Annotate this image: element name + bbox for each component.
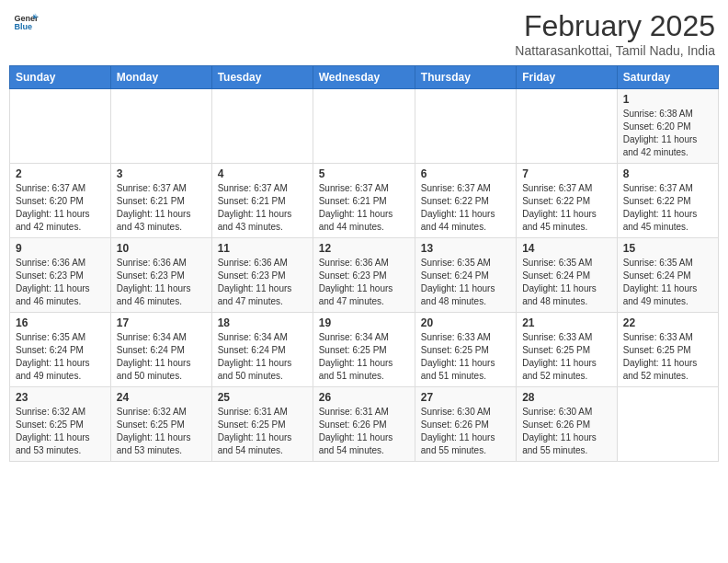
calendar-day-cell: 16Sunrise: 6:35 AM Sunset: 6:24 PM Dayli… — [10, 313, 111, 387]
day-number: 7 — [522, 167, 611, 180]
logo: General Blue — [13, 9, 39, 35]
weekday-header: Saturday — [617, 66, 718, 89]
day-info: Sunrise: 6:35 AM Sunset: 6:24 PM Dayligh… — [16, 331, 105, 383]
day-info: Sunrise: 6:35 AM Sunset: 6:24 PM Dayligh… — [522, 257, 611, 308]
day-number: 12 — [319, 242, 409, 255]
day-info: Sunrise: 6:35 AM Sunset: 6:24 PM Dayligh… — [421, 257, 510, 308]
calendar-day-cell — [617, 387, 718, 462]
day-number: 1 — [623, 93, 712, 106]
day-number: 18 — [218, 316, 307, 329]
calendar-day-cell: 5Sunrise: 6:37 AM Sunset: 6:21 PM Daylig… — [313, 164, 415, 238]
calendar-day-cell: 19Sunrise: 6:34 AM Sunset: 6:25 PM Dayli… — [313, 313, 415, 387]
day-info: Sunrise: 6:36 AM Sunset: 6:23 PM Dayligh… — [218, 257, 307, 308]
day-number: 9 — [16, 242, 105, 255]
day-info: Sunrise: 6:33 AM Sunset: 6:25 PM Dayligh… — [623, 331, 712, 383]
calendar-day-cell: 28Sunrise: 6:30 AM Sunset: 6:26 PM Dayli… — [517, 387, 618, 462]
calendar-day-cell: 26Sunrise: 6:31 AM Sunset: 6:26 PM Dayli… — [313, 387, 415, 462]
calendar-day-cell: 27Sunrise: 6:30 AM Sunset: 6:26 PM Dayli… — [415, 387, 516, 462]
calendar-day-cell — [517, 89, 618, 164]
day-number: 19 — [319, 316, 409, 329]
calendar-day-cell: 21Sunrise: 6:33 AM Sunset: 6:25 PM Dayli… — [517, 313, 618, 387]
calendar-day-cell: 13Sunrise: 6:35 AM Sunset: 6:24 PM Dayli… — [415, 238, 516, 313]
calendar-day-cell: 7Sunrise: 6:37 AM Sunset: 6:22 PM Daylig… — [517, 164, 618, 238]
day-info: Sunrise: 6:31 AM Sunset: 6:25 PM Dayligh… — [218, 406, 307, 457]
calendar-day-cell: 1Sunrise: 6:38 AM Sunset: 6:20 PM Daylig… — [617, 89, 718, 164]
day-info: Sunrise: 6:30 AM Sunset: 6:26 PM Dayligh… — [522, 406, 611, 457]
weekday-header: Sunday — [10, 66, 111, 89]
weekday-header: Thursday — [415, 66, 516, 89]
day-number: 17 — [117, 316, 206, 329]
day-number: 27 — [421, 391, 510, 404]
day-info: Sunrise: 6:37 AM Sunset: 6:21 PM Dayligh… — [117, 182, 206, 234]
calendar-day-cell — [211, 89, 313, 164]
title-block: February 2025 Nattarasankottai, Tamil Na… — [515, 9, 715, 58]
day-info: Sunrise: 6:34 AM Sunset: 6:24 PM Dayligh… — [117, 331, 206, 383]
calendar-day-cell: 14Sunrise: 6:35 AM Sunset: 6:24 PM Dayli… — [517, 238, 618, 313]
calendar-day-cell: 25Sunrise: 6:31 AM Sunset: 6:25 PM Dayli… — [211, 387, 313, 462]
calendar-day-cell: 10Sunrise: 6:36 AM Sunset: 6:23 PM Dayli… — [110, 238, 211, 313]
calendar-day-cell — [415, 89, 516, 164]
day-info: Sunrise: 6:38 AM Sunset: 6:20 PM Dayligh… — [623, 108, 712, 159]
day-info: Sunrise: 6:33 AM Sunset: 6:25 PM Dayligh… — [522, 331, 611, 383]
day-info: Sunrise: 6:37 AM Sunset: 6:21 PM Dayligh… — [218, 182, 307, 234]
day-number: 25 — [218, 391, 307, 404]
calendar-day-cell: 20Sunrise: 6:33 AM Sunset: 6:25 PM Dayli… — [415, 313, 516, 387]
weekday-header: Monday — [110, 66, 211, 89]
calendar-day-cell: 9Sunrise: 6:36 AM Sunset: 6:23 PM Daylig… — [10, 238, 111, 313]
calendar-day-cell: 12Sunrise: 6:36 AM Sunset: 6:23 PM Dayli… — [313, 238, 415, 313]
calendar-day-cell: 17Sunrise: 6:34 AM Sunset: 6:24 PM Dayli… — [110, 313, 211, 387]
day-number: 28 — [522, 391, 611, 404]
day-number: 22 — [623, 316, 712, 329]
page-header: General Blue February 2025 Nattarasankot… — [9, 9, 719, 58]
day-number: 4 — [218, 167, 307, 180]
day-info: Sunrise: 6:32 AM Sunset: 6:25 PM Dayligh… — [117, 406, 206, 457]
day-number: 24 — [117, 391, 206, 404]
day-number: 16 — [16, 316, 105, 329]
calendar-week-row: 9Sunrise: 6:36 AM Sunset: 6:23 PM Daylig… — [10, 238, 719, 313]
calendar-day-cell: 11Sunrise: 6:36 AM Sunset: 6:23 PM Dayli… — [211, 238, 313, 313]
day-info: Sunrise: 6:33 AM Sunset: 6:25 PM Dayligh… — [421, 331, 510, 383]
calendar-day-cell: 18Sunrise: 6:34 AM Sunset: 6:24 PM Dayli… — [211, 313, 313, 387]
day-number: 10 — [117, 242, 206, 255]
day-info: Sunrise: 6:36 AM Sunset: 6:23 PM Dayligh… — [16, 257, 105, 308]
day-number: 11 — [218, 242, 307, 255]
location: Nattarasankottai, Tamil Nadu, India — [515, 43, 715, 58]
day-info: Sunrise: 6:30 AM Sunset: 6:26 PM Dayligh… — [421, 406, 510, 457]
calendar-day-cell — [313, 89, 415, 164]
calendar-day-cell: 3Sunrise: 6:37 AM Sunset: 6:21 PM Daylig… — [110, 164, 211, 238]
calendar-table: SundayMondayTuesdayWednesdayThursdayFrid… — [9, 65, 719, 462]
day-info: Sunrise: 6:36 AM Sunset: 6:23 PM Dayligh… — [117, 257, 206, 308]
svg-text:Blue: Blue — [14, 22, 32, 31]
calendar-day-cell: 22Sunrise: 6:33 AM Sunset: 6:25 PM Dayli… — [617, 313, 718, 387]
calendar-day-cell — [110, 89, 211, 164]
weekday-header: Tuesday — [211, 66, 313, 89]
day-number: 21 — [522, 316, 611, 329]
day-info: Sunrise: 6:35 AM Sunset: 6:24 PM Dayligh… — [623, 257, 712, 308]
calendar-week-row: 2Sunrise: 6:37 AM Sunset: 6:20 PM Daylig… — [10, 164, 719, 238]
calendar-week-row: 23Sunrise: 6:32 AM Sunset: 6:25 PM Dayli… — [10, 387, 719, 462]
calendar-day-cell: 4Sunrise: 6:37 AM Sunset: 6:21 PM Daylig… — [211, 164, 313, 238]
month-title: February 2025 — [515, 9, 715, 43]
day-number: 14 — [522, 242, 611, 255]
calendar-day-cell: 15Sunrise: 6:35 AM Sunset: 6:24 PM Dayli… — [617, 238, 718, 313]
weekday-header: Friday — [517, 66, 618, 89]
day-info: Sunrise: 6:37 AM Sunset: 6:22 PM Dayligh… — [522, 182, 611, 234]
day-number: 8 — [623, 167, 712, 180]
day-number: 26 — [319, 391, 409, 404]
day-number: 15 — [623, 242, 712, 255]
day-number: 2 — [16, 167, 105, 180]
calendar-day-cell — [10, 89, 111, 164]
day-info: Sunrise: 6:36 AM Sunset: 6:23 PM Dayligh… — [319, 257, 409, 308]
day-info: Sunrise: 6:34 AM Sunset: 6:24 PM Dayligh… — [218, 331, 307, 383]
calendar-week-row: 16Sunrise: 6:35 AM Sunset: 6:24 PM Dayli… — [10, 313, 719, 387]
day-info: Sunrise: 6:31 AM Sunset: 6:26 PM Dayligh… — [319, 406, 409, 457]
day-number: 6 — [421, 167, 510, 180]
day-info: Sunrise: 6:37 AM Sunset: 6:22 PM Dayligh… — [421, 182, 510, 234]
day-number: 23 — [16, 391, 105, 404]
day-info: Sunrise: 6:34 AM Sunset: 6:25 PM Dayligh… — [319, 331, 409, 383]
header-row: SundayMondayTuesdayWednesdayThursdayFrid… — [10, 66, 719, 89]
logo-icon: General Blue — [13, 9, 39, 35]
calendar-day-cell: 23Sunrise: 6:32 AM Sunset: 6:25 PM Dayli… — [10, 387, 111, 462]
day-info: Sunrise: 6:37 AM Sunset: 6:21 PM Dayligh… — [319, 182, 409, 234]
day-number: 3 — [117, 167, 206, 180]
